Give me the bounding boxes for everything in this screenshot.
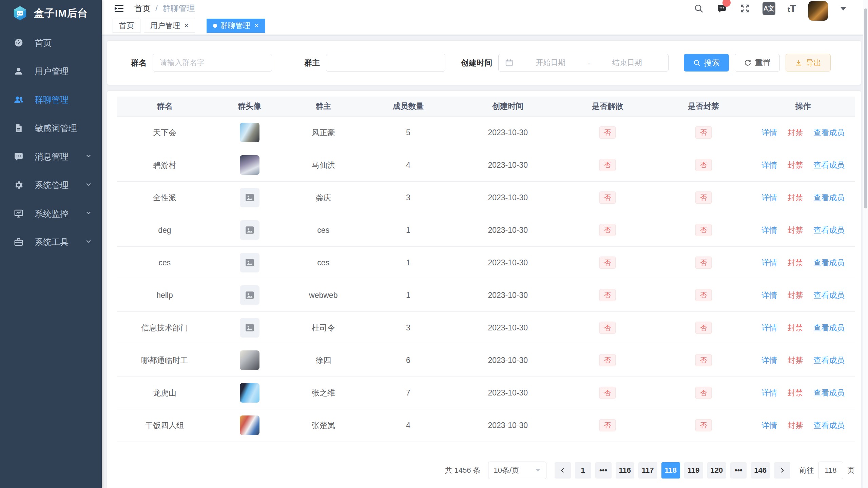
date-end-placeholder: 结束日期 [592, 58, 662, 68]
view-members-link[interactable]: 查看成员 [813, 226, 845, 235]
page-button[interactable]: 116 [616, 462, 635, 479]
window-scrollbar[interactable] [863, 0, 868, 488]
group-name-cell: 龙虎山 [117, 377, 213, 409]
tab-group-management[interactable]: 群聊管理 × [207, 19, 265, 33]
detail-link[interactable]: 详情 [761, 226, 777, 235]
table-row: 碧游村 马仙洪 4 2023-10-30 否 否 详情 [117, 149, 855, 181]
page-button[interactable]: 146 [751, 462, 770, 479]
filter-panel: 群名 群主 创建时间 开始日期 - 结束日期 搜索 重置 [107, 40, 861, 85]
page-button[interactable]: 117 [638, 462, 657, 479]
sidebar-item-messages[interactable]: 消息管理 [0, 142, 102, 171]
detail-link[interactable]: 详情 [761, 258, 777, 267]
scrollbar-thumb[interactable] [864, 8, 867, 208]
active-tab-dot [213, 24, 217, 28]
caret-down-icon[interactable] [840, 7, 846, 11]
view-members-link[interactable]: 查看成员 [813, 291, 845, 300]
sidebar-item-system-management[interactable]: 系统管理 [0, 171, 102, 199]
page-button[interactable]: 120 [707, 462, 727, 479]
owner-cell: ces [286, 214, 360, 246]
table-row: 干饭四人组 张楚岚 4 2023-10-30 否 否 详情 [117, 409, 855, 442]
view-members-link[interactable]: 查看成员 [813, 128, 845, 137]
users-icon [14, 95, 24, 105]
avatar[interactable] [808, 1, 828, 21]
breadcrumb-home[interactable]: 首页 [134, 3, 151, 14]
actions-cell: 详情 封禁 查看成员 [751, 344, 855, 377]
sidebar-item-system-tools[interactable]: 系统工具 [0, 228, 102, 256]
banned-badge: 否 [695, 419, 712, 431]
ban-link[interactable]: 封禁 [788, 388, 803, 397]
sidebar-fold-icon[interactable] [113, 2, 126, 15]
sidebar-item-system-monitor[interactable]: 系统监控 [0, 199, 102, 228]
detail-link[interactable]: 详情 [761, 291, 777, 300]
banned-cell: 否 [655, 181, 751, 214]
banned-badge: 否 [695, 257, 712, 269]
page-size-select[interactable]: 10条/页 [488, 462, 546, 479]
detail-link[interactable]: 详情 [761, 128, 777, 137]
table-row: 哪都通临时工 徐四 6 2023-10-30 否 否 详情 [117, 344, 855, 377]
ban-link[interactable]: 封禁 [788, 258, 803, 267]
view-members-link[interactable]: 查看成员 [813, 388, 845, 397]
ban-link[interactable]: 封禁 [788, 128, 803, 137]
ban-link[interactable]: 封禁 [788, 161, 803, 169]
group-name-input[interactable] [153, 54, 272, 72]
view-members-link[interactable]: 查看成员 [813, 356, 845, 365]
page-button[interactable]: 118 [661, 462, 680, 479]
group-avatar-cell [213, 377, 287, 409]
prev-page-button[interactable] [555, 462, 571, 479]
sidebar-item-groups[interactable]: 群聊管理 [0, 85, 102, 114]
notifications-icon[interactable] [716, 3, 727, 14]
ban-link[interactable]: 封禁 [788, 226, 803, 235]
view-members-link[interactable]: 查看成员 [813, 193, 845, 202]
sidebar-item-sensitive-words[interactable]: 敏感词管理 [0, 114, 102, 142]
sidebar-item-users[interactable]: 用户管理 [0, 57, 102, 85]
close-icon[interactable]: × [254, 22, 259, 29]
app-logo[interactable]: 盒子IM后台 [0, 0, 102, 26]
language-icon[interactable]: A文 [763, 2, 775, 15]
ban-link[interactable]: 封禁 [788, 291, 803, 300]
view-members-link[interactable]: 查看成员 [813, 258, 845, 267]
search-icon[interactable] [693, 3, 704, 14]
group-avatar-cell [213, 311, 287, 344]
detail-link[interactable]: 详情 [761, 421, 777, 430]
detail-link[interactable]: 详情 [761, 356, 777, 365]
page-button[interactable]: ••• [595, 462, 612, 479]
created-time-cell: 2023-10-30 [456, 344, 560, 377]
jump-page-input[interactable] [818, 462, 843, 479]
detail-link[interactable]: 详情 [761, 388, 777, 397]
view-members-link[interactable]: 查看成员 [813, 421, 845, 430]
created-time-label: 创建时间 [461, 58, 492, 68]
font-size-icon[interactable]: tT [788, 3, 796, 14]
dissolved-badge: 否 [599, 387, 616, 399]
detail-link[interactable]: 详情 [761, 193, 777, 202]
ban-link[interactable]: 封禁 [788, 193, 803, 202]
export-button[interactable]: 导出 [786, 54, 831, 72]
next-page-button[interactable] [774, 462, 790, 479]
detail-link[interactable]: 详情 [761, 161, 777, 169]
image-placeholder-icon [244, 290, 255, 301]
reset-button[interactable]: 重置 [735, 54, 780, 72]
view-members-link[interactable]: 查看成员 [813, 161, 845, 169]
banned-badge: 否 [695, 322, 712, 334]
dissolved-cell: 否 [560, 246, 656, 279]
detail-link[interactable]: 详情 [761, 323, 777, 332]
page-button[interactable]: 1 [575, 462, 591, 479]
date-range-picker[interactable]: 开始日期 - 结束日期 [498, 54, 669, 72]
col-group-avatar: 群头像 [213, 97, 287, 116]
page-button[interactable]: ••• [730, 462, 747, 479]
ban-link[interactable]: 封禁 [788, 421, 803, 430]
sidebar-item-home[interactable]: 首页 [0, 28, 102, 57]
sidebar-item-label: 系统监控 [35, 208, 69, 219]
ban-link[interactable]: 封禁 [788, 323, 803, 332]
actions-cell: 详情 封禁 查看成员 [751, 377, 855, 409]
owner-input[interactable] [326, 54, 445, 72]
search-button[interactable]: 搜索 [684, 54, 729, 72]
tab-user-management[interactable]: 用户管理 × [144, 19, 195, 33]
fullscreen-icon[interactable] [739, 3, 750, 14]
close-icon[interactable]: × [184, 22, 189, 29]
tab-home[interactable]: 首页 [113, 19, 140, 33]
dissolved-badge: 否 [599, 354, 616, 366]
page-button[interactable]: 119 [684, 462, 703, 479]
view-members-link[interactable]: 查看成员 [813, 323, 845, 332]
banned-badge: 否 [695, 126, 712, 139]
ban-link[interactable]: 封禁 [788, 356, 803, 365]
